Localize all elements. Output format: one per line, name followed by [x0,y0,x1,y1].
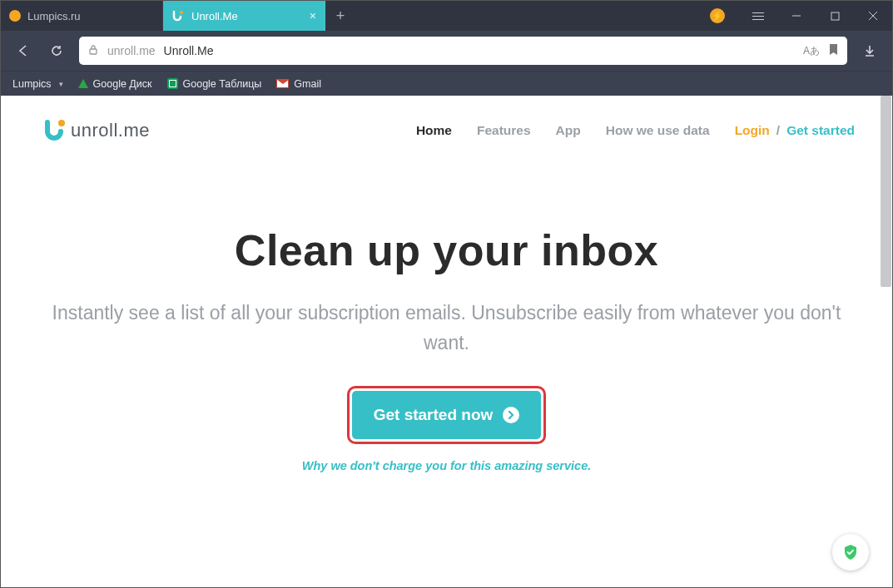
bookmark-icon[interactable] [828,43,839,58]
nav-features[interactable]: Features [477,123,531,138]
gmail-icon [276,79,289,88]
address-page-title: Unroll.Me [164,44,214,57]
new-tab-button[interactable]: + [325,1,355,31]
tab-lumpics[interactable]: Lumpics.ru [1,1,163,31]
extension-bolt-icon[interactable]: ⚡ [701,1,739,31]
google-drive-icon [78,79,88,88]
hero-subtitle: Instantly see a list of all your subscri… [51,299,842,358]
favicon-unrollme [171,9,185,22]
address-bar[interactable]: unroll.me Unroll.Me Аあ [79,37,847,65]
svg-point-6 [58,120,65,126]
nav-login[interactable]: Login [735,123,770,138]
close-icon[interactable]: × [310,9,316,22]
maximize-button[interactable] [816,1,854,31]
main-nav: Home Features App How we use data Login … [416,123,855,138]
nav-home[interactable]: Home [416,123,452,138]
nav-how-we-use-data[interactable]: How we use data [606,123,710,138]
address-bar-row: unroll.me Unroll.Me Аあ [1,31,892,71]
scrollbar[interactable] [881,96,891,287]
svg-rect-2 [831,12,839,20]
bookmark-google-drive[interactable]: Google Диск [78,78,152,90]
bookmarks-bar: Lumpics Google Диск Google Таблицы Gmail [1,71,892,96]
logo-icon [42,119,67,142]
get-started-now-button[interactable]: Get started now [352,391,542,439]
close-window-button[interactable] [854,1,892,31]
hero-disclaimer-link[interactable]: Why we don't charge you for this amazing… [51,459,842,472]
nav-separator: / [776,123,780,138]
tab-title: Unroll.Me [191,10,238,22]
browser-titlebar: Lumpics.ru Unroll.Me × + ⚡ [1,1,892,31]
bookmark-gmail[interactable]: Gmail [276,78,321,90]
address-domain: unroll.me [107,44,156,57]
bookmark-folder-lumpics[interactable]: Lumpics [12,78,63,90]
hero-section: Clean up your inbox Instantly see a list… [1,151,892,489]
window-controls: ⚡ [701,1,892,31]
cta-highlight: Get started now [347,386,547,444]
bookmark-google-sheets[interactable]: Google Таблицы [167,78,262,90]
nav-app[interactable]: App [556,123,581,138]
lock-icon [87,44,99,58]
favicon-lumpics [9,10,21,22]
nav-get-started[interactable]: Get started [786,123,855,138]
reload-button[interactable] [46,40,67,62]
cta-label: Get started now [374,406,494,424]
logo-text: unroll.me [71,120,150,141]
page-content: unroll.me Home Features App How we use d… [1,96,892,588]
site-header: unroll.me Home Features App How we use d… [1,96,892,151]
chevron-right-icon [503,407,519,423]
google-sheets-icon [167,78,178,89]
tab-title: Lumpics.ru [27,10,81,22]
svg-point-0 [180,11,183,14]
svg-rect-5 [90,49,97,54]
translate-icon[interactable]: Аあ [803,44,820,58]
security-shield-badge[interactable] [832,534,869,571]
hero-title: Clean up your inbox [51,225,842,275]
site-logo[interactable]: unroll.me [42,119,150,142]
tab-unrollme[interactable]: Unroll.Me × [163,1,325,31]
downloads-button[interactable] [859,40,881,62]
back-button[interactable] [12,40,34,62]
minimize-button[interactable] [777,1,816,31]
menu-icon[interactable] [739,1,777,31]
